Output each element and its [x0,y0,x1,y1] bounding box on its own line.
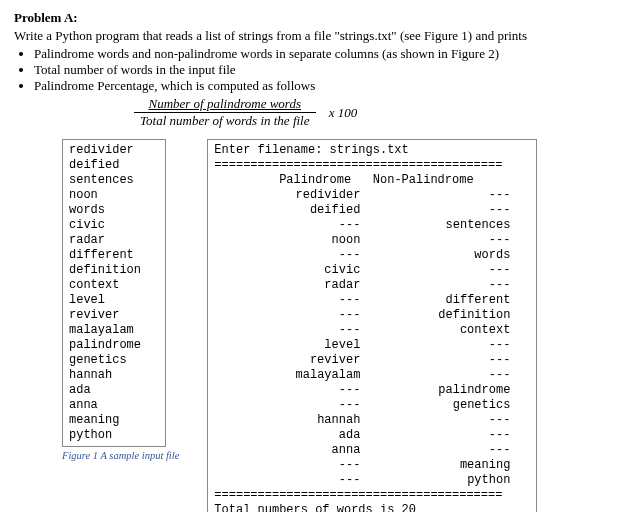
output-row: ada--- [214,428,530,443]
input-file-line: definition [69,263,159,278]
bullet-list: Palindrome words and non-palindrome word… [34,46,617,94]
denominator: Total number of words in the file [134,113,316,129]
non-palindrome-cell: --- [360,353,518,368]
bullet-item: Palindrome words and non-palindrome word… [34,46,617,62]
prompt-line: Enter filename: strings.txt [214,143,530,158]
output-row: level--- [214,338,530,353]
total-line: Total numbers of words is 20 [214,503,530,512]
non-palindrome-cell: meaning [360,458,518,473]
palindrome-cell: --- [214,458,360,473]
output-row: ---words [214,248,530,263]
bullet-item: Total number of words in the input file [34,62,617,78]
separator-line: ======================================== [214,488,530,503]
output-row: civic--- [214,263,530,278]
output-row: anna--- [214,443,530,458]
input-file-line: sentences [69,173,159,188]
non-palindrome-cell: sentences [360,218,518,233]
output-row: noon--- [214,233,530,248]
input-file-line: malayalam [69,323,159,338]
output-row: ---definition [214,308,530,323]
input-file-line: reviver [69,308,159,323]
non-palindrome-cell: context [360,323,518,338]
non-palindrome-cell: genetics [360,398,518,413]
figure2-box: Enter filename: strings.txt ============… [207,139,537,512]
input-file-line: redivider [69,143,159,158]
palindrome-cell: radar [214,278,360,293]
bullet-item: Palindrome Percentage, which is computed… [34,78,617,94]
non-palindrome-cell: --- [360,203,518,218]
figure1-box: redividerdeifiedsentencesnoonwordscivicr… [62,139,166,447]
non-palindrome-cell: words [360,248,518,263]
separator-line: ======================================== [214,158,530,173]
non-palindrome-cell: --- [360,368,518,383]
palindrome-cell: malayalam [214,368,360,383]
header-line: Palindrome Non-Palindrome [214,173,530,188]
input-file-line: civic [69,218,159,233]
palindrome-cell: --- [214,383,360,398]
output-row: reviver--- [214,353,530,368]
input-file-line: different [69,248,159,263]
input-file-line: meaning [69,413,159,428]
palindrome-cell: --- [214,308,360,323]
output-row: ---palindrome [214,383,530,398]
palindrome-cell: civic [214,263,360,278]
output-row: redivider--- [214,188,530,203]
palindrome-cell: anna [214,443,360,458]
non-palindrome-cell: --- [360,338,518,353]
palindrome-cell: ada [214,428,360,443]
input-file-line: anna [69,398,159,413]
output-row: ---python [214,473,530,488]
palindrome-cell: --- [214,293,360,308]
input-file-line: deified [69,158,159,173]
output-row: ---genetics [214,398,530,413]
non-palindrome-cell: --- [360,263,518,278]
input-file-line: ada [69,383,159,398]
non-palindrome-cell: palindrome [360,383,518,398]
output-row: radar--- [214,278,530,293]
non-palindrome-cell: --- [360,188,518,203]
input-file-line: context [69,278,159,293]
numerator: Number of palindrome words [134,96,316,113]
non-palindrome-cell: --- [360,413,518,428]
palindrome-cell: --- [214,398,360,413]
input-file-line: hannah [69,368,159,383]
output-row: malayalam--- [214,368,530,383]
non-palindrome-cell: --- [360,233,518,248]
instruction-text: Write a Python program that reads a list… [14,28,617,44]
non-palindrome-cell: different [360,293,518,308]
non-palindrome-cell: --- [360,428,518,443]
problem-title: Problem A: [14,10,617,26]
input-file-line: genetics [69,353,159,368]
palindrome-cell: --- [214,323,360,338]
palindrome-cell: --- [214,473,360,488]
output-row: ---meaning [214,458,530,473]
output-row: deified--- [214,203,530,218]
palindrome-cell: redivider [214,188,360,203]
palindrome-cell: noon [214,233,360,248]
palindrome-cell: hannah [214,413,360,428]
output-row: ---context [214,323,530,338]
non-palindrome-cell: definition [360,308,518,323]
figure1-caption: Figure 1 A sample input file [62,450,179,461]
palindrome-cell: level [214,338,360,353]
non-palindrome-cell: --- [360,278,518,293]
non-palindrome-cell: --- [360,443,518,458]
input-file-line: palindrome [69,338,159,353]
palindrome-cell: --- [214,218,360,233]
output-row: ---sentences [214,218,530,233]
palindrome-cell: --- [214,248,360,263]
input-file-line: python [69,428,159,443]
fraction: Number of palindrome words Total number … [134,96,316,129]
input-file-line: noon [69,188,159,203]
times-100: x 100 [319,105,358,121]
palindrome-cell: deified [214,203,360,218]
non-palindrome-cell: python [360,473,518,488]
input-file-line: level [69,293,159,308]
output-row: hannah--- [214,413,530,428]
formula: Number of palindrome words Total number … [134,96,617,129]
input-file-line: words [69,203,159,218]
input-file-line: radar [69,233,159,248]
output-row: ---different [214,293,530,308]
palindrome-cell: reviver [214,353,360,368]
